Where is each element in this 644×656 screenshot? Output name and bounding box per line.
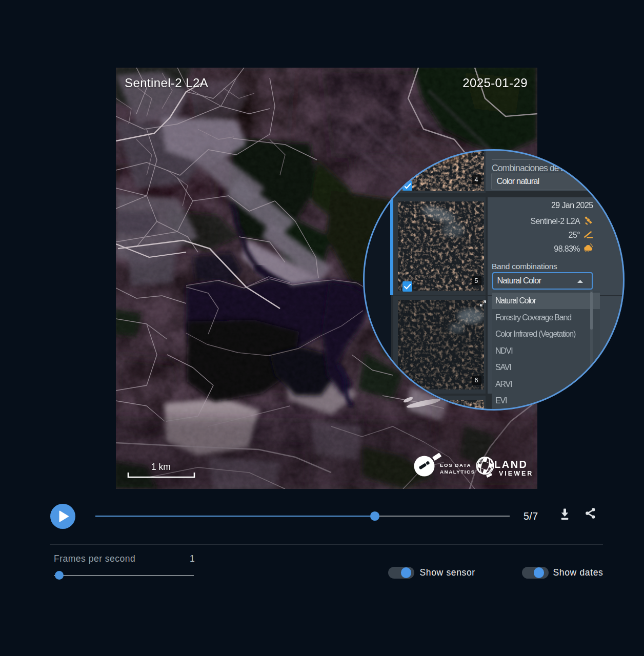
svg-text:ANALYTICS: ANALYTICS bbox=[440, 469, 475, 475]
svg-text:VIEWER: VIEWER bbox=[499, 470, 533, 477]
svg-text:EOS DATA: EOS DATA bbox=[440, 462, 471, 468]
svg-text:LAND: LAND bbox=[494, 459, 528, 470]
